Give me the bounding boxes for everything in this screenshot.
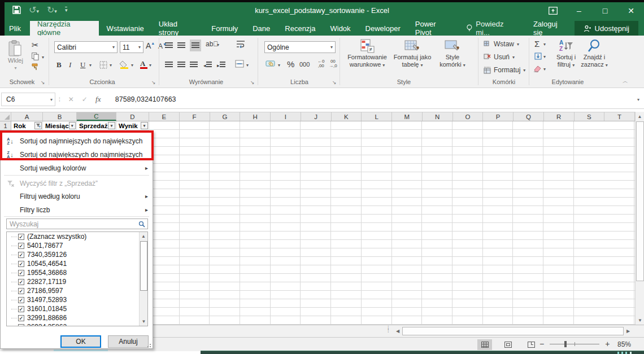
filter-button-miesiac[interactable]: ▾ bbox=[69, 122, 76, 129]
insert-function-icon[interactable]: fx bbox=[92, 95, 105, 104]
find-select-button[interactable]: Znajdź i zaznacz ▾ bbox=[580, 39, 609, 69]
menu-item-number-filters[interactable]: Filtry liczb ▸ bbox=[1, 203, 153, 216]
align-right-icon[interactable] bbox=[190, 60, 198, 69]
tell-me-box[interactable]: Powiedz mi... bbox=[459, 21, 525, 36]
column-header-q[interactable]: Q bbox=[514, 112, 544, 121]
select-all-corner[interactable] bbox=[0, 112, 11, 121]
underline-button[interactable]: U bbox=[80, 60, 85, 69]
font-color-icon[interactable]: A bbox=[140, 59, 147, 69]
column-header-g[interactable]: G bbox=[210, 112, 241, 121]
delete-cells-button[interactable]: Usuń▾ bbox=[484, 53, 515, 61]
vertical-scrollbar-thumb[interactable] bbox=[636, 121, 644, 281]
horizontal-scrollbar[interactable]: ◀ ▶ bbox=[393, 326, 635, 336]
name-box[interactable]: C6▾ bbox=[1, 93, 55, 106]
tab-narz-dzia-g-wne[interactable]: Narzędzia główne bbox=[30, 21, 99, 36]
column-header-p[interactable]: P bbox=[483, 112, 514, 121]
minimize-button[interactable]: – bbox=[566, 0, 592, 21]
share-button[interactable]: Udostępnij bbox=[575, 21, 638, 36]
filter-value-item[interactable]: ✓5401,78677 bbox=[7, 241, 140, 250]
list-scrollbar-thumb[interactable] bbox=[140, 241, 147, 291]
column-header-a[interactable]: A bbox=[11, 112, 43, 121]
number-dialog-launcher-icon[interactable]: ↘ bbox=[332, 80, 337, 85]
sign-in-link[interactable]: Zaloguj się bbox=[525, 21, 575, 36]
paste-button[interactable]: Wklej ▾ bbox=[8, 40, 23, 72]
filter-value-item[interactable]: ✓(Zaznacz wszystko) bbox=[7, 232, 140, 241]
column-header-i[interactable]: I bbox=[271, 112, 301, 121]
orientation-icon[interactable]: ab⃕ bbox=[206, 40, 218, 48]
clear-icon[interactable] bbox=[533, 65, 542, 72]
align-top-icon[interactable] bbox=[165, 41, 173, 50]
format-painter-icon[interactable] bbox=[32, 63, 40, 71]
filter-value-item[interactable]: ✓36934,35862 bbox=[7, 322, 140, 326]
increase-decimal-icon[interactable]: ←0,00 bbox=[317, 59, 324, 68]
tab-uk-ad-strony[interactable]: Układ strony bbox=[151, 21, 204, 36]
tab-deweloper[interactable]: Deweloper bbox=[358, 21, 408, 36]
filter-button-wynik[interactable]: ▾ bbox=[141, 122, 148, 129]
checkbox-checked[interactable]: ✓ bbox=[18, 315, 24, 321]
align-left-icon[interactable] bbox=[165, 60, 173, 69]
checkbox-checked[interactable]: ✓ bbox=[18, 261, 24, 267]
tab-splitter-handle[interactable]: ⁞⁞ bbox=[388, 327, 389, 333]
menu-item-filter-by-color[interactable]: Filtruj według koloru ▸ bbox=[1, 190, 153, 203]
sort-filter-button[interactable]: AZ Sortuj i filtruj ▾ bbox=[552, 39, 580, 69]
column-header-j[interactable]: J bbox=[301, 112, 332, 121]
filter-search-input[interactable]: Wyszukaj bbox=[6, 218, 148, 229]
column-header-m[interactable]: M bbox=[392, 112, 423, 121]
cut-icon[interactable]: ✂ bbox=[32, 40, 39, 50]
search-icon[interactable] bbox=[138, 221, 145, 228]
checkbox-checked[interactable]: ✓ bbox=[18, 252, 24, 258]
number-format-select[interactable]: Ogólne▾ bbox=[264, 41, 336, 53]
checkbox-checked[interactable]: ✓ bbox=[18, 279, 24, 285]
scroll-left-icon[interactable]: ◀ bbox=[393, 326, 402, 336]
zoom-in-button[interactable]: + bbox=[605, 339, 610, 348]
page-break-view-button[interactable] bbox=[524, 339, 538, 350]
checkbox-checked[interactable]: ✓ bbox=[18, 234, 24, 240]
column-header-b[interactable]: B bbox=[43, 112, 77, 121]
insert-cells-button[interactable]: Wstaw▾ bbox=[484, 40, 519, 48]
close-button[interactable]: ✕ bbox=[618, 0, 644, 21]
font-family-select[interactable]: Calibri▾ bbox=[54, 41, 118, 53]
list-scrollbar[interactable]: ▲ ▼ bbox=[139, 232, 147, 326]
cell-a1-rok[interactable]: Rok bbox=[11, 121, 43, 130]
column-header-l[interactable]: L bbox=[362, 112, 392, 121]
zoom-level[interactable]: 85% bbox=[617, 340, 631, 348]
format-as-table-button[interactable]: Formatuj jako tabelę ▾ bbox=[392, 39, 433, 69]
font-size-select[interactable]: 11▾ bbox=[120, 41, 143, 53]
checkbox-checked[interactable]: ✓ bbox=[18, 324, 24, 327]
collapse-ribbon-icon[interactable]: ︿ bbox=[623, 77, 628, 85]
expand-formula-bar-icon[interactable]: ▾ bbox=[637, 97, 639, 102]
filter-button-rok[interactable] bbox=[34, 122, 42, 129]
cell-b1-miesiac[interactable]: Miesiąc ▾ bbox=[43, 121, 77, 130]
column-header-o[interactable]: O bbox=[453, 112, 484, 121]
scroll-down-icon[interactable]: ▼ bbox=[636, 316, 644, 325]
increase-indent-icon[interactable]: ▸ bbox=[217, 60, 225, 69]
grow-font-icon[interactable]: A▲ bbox=[146, 41, 155, 50]
filter-button-sprzedaz[interactable]: ▾ bbox=[108, 122, 115, 129]
align-center-icon[interactable] bbox=[177, 60, 185, 69]
scroll-up-icon[interactable]: ▲ bbox=[140, 232, 147, 241]
cell-c1-sprzedaz[interactable]: Sprzedaż ▾ bbox=[77, 121, 116, 130]
filter-value-item[interactable]: ✓31497,52893 bbox=[7, 295, 140, 304]
column-header-n[interactable]: N bbox=[423, 112, 453, 121]
zoom-slider-thumb[interactable] bbox=[564, 341, 567, 347]
column-header-k[interactable]: K bbox=[332, 112, 362, 121]
align-middle-icon[interactable] bbox=[177, 41, 185, 50]
filter-value-item[interactable]: ✓7340,359126 bbox=[7, 250, 140, 259]
tab-wstawianie[interactable]: Wstawianie bbox=[99, 21, 151, 36]
column-header-h[interactable]: H bbox=[240, 112, 271, 121]
format-cells-button[interactable]: Formatuj▾ bbox=[484, 66, 525, 74]
filter-value-item[interactable]: ✓19554,36868 bbox=[7, 268, 140, 277]
copy-icon[interactable] bbox=[32, 53, 39, 60]
scroll-down-icon[interactable]: ▼ bbox=[140, 317, 148, 326]
column-header-d[interactable]: D bbox=[116, 112, 149, 121]
row-header-1[interactable]: 1 bbox=[0, 121, 11, 130]
scroll-up-icon[interactable]: ▲ bbox=[636, 112, 644, 121]
comma-style-icon[interactable]: 000 bbox=[299, 61, 310, 68]
cell-d1-wynik[interactable]: Wynik ▾ bbox=[116, 121, 149, 130]
checkbox-checked[interactable]: ✓ bbox=[18, 297, 24, 303]
bold-button[interactable]: B bbox=[56, 60, 62, 69]
clipboard-dialog-launcher-icon[interactable]: ↘ bbox=[41, 80, 45, 85]
column-header-r[interactable]: R bbox=[544, 112, 575, 121]
column-header-s[interactable]: S bbox=[575, 112, 605, 121]
decrease-decimal-icon[interactable]: 00→,0 bbox=[329, 59, 337, 68]
